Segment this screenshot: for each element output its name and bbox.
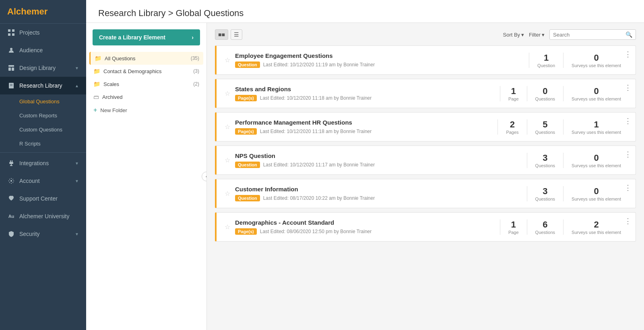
- stat-number-4a: 3: [535, 153, 555, 163]
- folder-icon-contact: 📁: [93, 68, 100, 74]
- sidebar-collapse-button[interactable]: ‹: [202, 172, 207, 181]
- main-body: Create a Library Element › 📁 All Questio…: [86, 23, 644, 330]
- folder-contact-demographics-count: (3): [193, 68, 199, 74]
- left-panel: Create a Library Element › 📁 All Questio…: [86, 23, 207, 330]
- star-icon-6[interactable]: ☆: [225, 223, 230, 231]
- sidebar-item-design-library[interactable]: Design Library ▼: [0, 59, 86, 77]
- tag-question-5: Question: [235, 195, 260, 201]
- new-folder-label: New Folder: [100, 107, 127, 113]
- stat-surveys-1: 0 Surveys use this element: [563, 53, 629, 68]
- sidebar-item-custom-reports[interactable]: Custom Reports: [0, 109, 86, 123]
- sidebar-item-audience[interactable]: Audience: [0, 41, 86, 59]
- stat-questions-2: 0 Questions: [527, 86, 564, 101]
- sidebar-item-support-center[interactable]: Support Center: [0, 190, 86, 207]
- sidebar-item-projects-label: Projects: [19, 29, 79, 36]
- star-icon-3[interactable]: ☆: [225, 123, 230, 131]
- breadcrumb: Research Library > Global Questions: [98, 8, 632, 18]
- chevron-right-icon: ›: [192, 34, 194, 41]
- card-title-4: NPS Question: [235, 152, 527, 159]
- sidebar-item-global-questions-label: Global Questions: [19, 98, 60, 105]
- main-header: Research Library > Global Questions: [86, 0, 644, 23]
- create-library-element-button[interactable]: Create a Library Element ›: [93, 29, 200, 45]
- stat-number-2b: 0: [535, 86, 555, 96]
- plug-icon: [7, 159, 15, 167]
- stat-label-2c: Surveys use this element: [572, 96, 621, 101]
- folder-scales[interactable]: 📁 Scales (2): [89, 78, 203, 90]
- card-performance-management: ☆ Performance Management HR Questions Pa…: [215, 112, 636, 141]
- sort-chevron-icon: ▾: [521, 32, 524, 38]
- sidebar-item-account[interactable]: Account ▼: [0, 172, 86, 190]
- folder-all-questions-count: (35): [191, 55, 199, 61]
- sidebar-item-global-questions[interactable]: Global Questions: [0, 94, 86, 109]
- stat-surveys-4: 0 Surveys use this element: [563, 153, 629, 168]
- content-toolbar: ■■ ☰ Sort By ▾ Filter ▾ 🔍: [215, 29, 636, 40]
- stat-questions-5: 3 Questions: [527, 186, 564, 201]
- card-meta-5: Question Last Edited: 08/17/2020 10:22 a…: [235, 195, 527, 201]
- stat-number-6a: 1: [508, 219, 519, 230]
- tag-pages-2: Page(s): [235, 95, 257, 101]
- folder-archived[interactable]: 🗃 Archived: [89, 90, 203, 103]
- svg-rect-11: [10, 160, 11, 162]
- star-icon-4[interactable]: ☆: [225, 156, 230, 164]
- grid-view-button[interactable]: ■■: [215, 29, 228, 40]
- new-folder-button[interactable]: + New Folder: [89, 103, 203, 117]
- stat-label-5b: Surveys use this element: [572, 197, 621, 201]
- gear-icon: [7, 177, 15, 185]
- sidebar-item-r-scripts[interactable]: R Scripts: [0, 137, 86, 151]
- card-stats-5: 3 Questions 0 Surveys use this element: [527, 186, 629, 201]
- au-icon: Au: [7, 212, 15, 220]
- filter-button[interactable]: Filter ▾: [529, 32, 545, 38]
- stat-surveys-5: 0 Surveys use this element: [563, 186, 629, 201]
- sidebar-item-support-center-label: Support Center: [19, 195, 79, 202]
- svg-rect-3: [12, 33, 14, 36]
- more-options-icon-1[interactable]: ⋮: [624, 50, 632, 59]
- folder-icon-all: 📁: [95, 55, 101, 61]
- logo-container: Alchemer: [0, 0, 86, 24]
- more-options-icon-6[interactable]: ⋮: [624, 217, 632, 225]
- more-options-icon-4[interactable]: ⋮: [624, 150, 632, 159]
- card-date-2: Last Edited: 10/12/2020 11:18 am by Bonn…: [260, 95, 372, 101]
- sidebar-nav: Projects Audience Design Library ▼ Resea…: [0, 24, 86, 330]
- more-options-icon-2[interactable]: ⋮: [624, 83, 632, 92]
- sidebar-item-research-library[interactable]: Research Library ▲: [0, 77, 86, 94]
- star-icon-2[interactable]: ☆: [225, 90, 230, 97]
- stat-questions-6: 6 Questions: [527, 219, 564, 235]
- folder-all-questions-label: All Questions: [105, 55, 191, 61]
- card-meta-6: Page(s) Last Edited: 08/06/2020 12:50 pm…: [235, 228, 500, 235]
- card-title-3: Performance Management HR Questions: [235, 119, 497, 126]
- sidebar-item-projects[interactable]: Projects: [0, 24, 86, 41]
- stat-number-2c: 0: [572, 86, 621, 96]
- stat-label-5a: Questions: [535, 197, 555, 201]
- sidebar-item-security[interactable]: Security ▼: [0, 225, 86, 243]
- stat-number-6b: 6: [535, 219, 555, 230]
- star-icon-5[interactable]: ☆: [225, 190, 230, 197]
- sidebar-item-custom-questions[interactable]: Custom Questions: [0, 123, 86, 137]
- svg-rect-0: [8, 29, 10, 32]
- svg-rect-7: [12, 68, 14, 71]
- card-date-3: Last Edited: 10/12/2020 11:18 am by Bonn…: [260, 129, 372, 134]
- folder-all-questions[interactable]: 📁 All Questions (35): [89, 52, 203, 65]
- folder-contact-demographics-label: Contact & Demographics: [103, 68, 193, 74]
- stat-number-3b: 5: [535, 119, 555, 130]
- list-view-button[interactable]: ☰: [231, 29, 242, 40]
- sort-by-button[interactable]: Sort By ▾: [503, 32, 524, 38]
- heart-icon: [7, 195, 15, 203]
- sidebar-item-integrations[interactable]: Integrations ▼: [0, 154, 86, 172]
- more-options-icon-5[interactable]: ⋮: [624, 183, 632, 192]
- search-icon[interactable]: 🔍: [625, 31, 632, 38]
- search-input[interactable]: [553, 32, 625, 38]
- person-icon: [7, 46, 15, 54]
- card-main-1: Employee Engagement Questions Question L…: [235, 52, 529, 68]
- card-meta-2: Page(s) Last Edited: 10/12/2020 11:18 am…: [235, 95, 500, 101]
- sidebar-item-alchemer-university[interactable]: Au Alchemer University: [0, 207, 86, 225]
- folder-scales-label: Scales: [103, 81, 193, 87]
- svg-rect-2: [8, 33, 10, 36]
- sidebar-item-security-label: Security: [19, 231, 75, 237]
- stat-label-3a: Pages: [506, 130, 518, 135]
- folder-contact-demographics[interactable]: 📁 Contact & Demographics (3): [89, 65, 203, 78]
- star-icon-1[interactable]: ☆: [225, 56, 230, 64]
- stat-label-4a: Questions: [535, 163, 555, 168]
- card-stats-3: 2 Pages 5 Questions 1 Survey uses this e…: [497, 119, 629, 135]
- more-options-icon-3[interactable]: ⋮: [624, 117, 632, 125]
- folder-icon-scales: 📁: [93, 81, 100, 87]
